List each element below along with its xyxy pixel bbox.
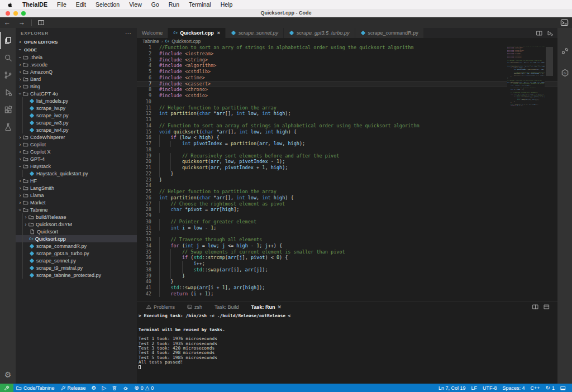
tree-item[interactable]: ›HF (16, 177, 137, 184)
tree-item[interactable]: scrape_gpt3.5_turbo.py (16, 250, 137, 257)
code-editor[interactable]: 1//Function to sort an arry of strings i… (137, 45, 557, 302)
code-line[interactable]: 26int partition(char *arr[], int low, in… (137, 195, 557, 201)
code-line[interactable]: 13 (137, 117, 557, 123)
status-build-settings[interactable]: ⚙ (89, 384, 99, 392)
tree-item[interactable]: ›Haystack (16, 162, 137, 170)
code-line[interactable]: 35 // Swap elements if current element i… (137, 249, 557, 255)
app-menu-name[interactable]: TheiaIDE (22, 1, 47, 8)
editor-tab[interactable]: Welcome (137, 28, 168, 38)
code-line[interactable]: 38 std::swap(arr[i], arr[j]); (137, 267, 557, 273)
code-line[interactable]: 29 (137, 213, 557, 219)
menu-item-edit[interactable]: Edit (76, 1, 86, 8)
tree-item[interactable]: ›Tabnine (16, 206, 137, 213)
menu-item-terminal[interactable]: Terminal (189, 1, 211, 8)
code-line[interactable]: 15void quicksort(char *arr[], int low, i… (137, 129, 557, 135)
status-panel-toggle[interactable] (557, 384, 569, 392)
editor-scrollbar[interactable] (546, 47, 553, 76)
code-line[interactable]: 9#include <cstdio> (137, 93, 557, 99)
code-line[interactable]: 7#include <cassert> (137, 81, 557, 87)
code-line[interactable]: 11// Helper function to partition the ar… (137, 105, 557, 111)
status-sync[interactable]: ↻1 (543, 384, 557, 392)
status-eol-sequence[interactable]: LF (469, 384, 480, 392)
breadcrumb[interactable]: Tabnine › C+ Quicksort.cpp (137, 38, 557, 45)
status-language-mode[interactable]: C++ (528, 384, 543, 392)
code-line[interactable]: 12int partition(char *arr[], int low, in… (137, 111, 557, 117)
back-button[interactable]: ← (0, 17, 15, 28)
code-line[interactable]: 16 if (low < high) { (137, 135, 557, 141)
code-line[interactable]: 32 (137, 231, 557, 237)
status-encoding[interactable]: UTF-8 (480, 384, 500, 392)
code-line[interactable]: 30 // Pointer for greater element (137, 219, 557, 225)
menu-item-help[interactable]: Help (221, 1, 233, 8)
tree-item[interactable]: ›AmazonQ (16, 68, 137, 75)
apple-menu-icon[interactable] (7, 2, 13, 8)
code-line[interactable]: 40 } (137, 279, 557, 285)
explorer-more-actions-icon[interactable]: ⋯ (125, 30, 131, 37)
code-line[interactable]: 2#include <iostream> (137, 51, 557, 57)
code-line[interactable]: 37 i++; (137, 261, 557, 267)
tree-item[interactable]: scrape_iw4.py (16, 126, 137, 133)
code-line[interactable]: 24 (137, 183, 557, 189)
split-editor-icon[interactable] (536, 30, 542, 36)
code-line[interactable]: 10 (137, 99, 557, 105)
code-line[interactable]: 22 } (137, 171, 557, 177)
editor-tab[interactable]: scrape_sonnet.py (226, 28, 284, 38)
code-section[interactable]: › CODE (16, 46, 137, 54)
code-line[interactable]: 42 return (i + 1); (137, 291, 557, 297)
activity-item-run-debug[interactable] (0, 84, 16, 101)
strip-item-plugin[interactable] (561, 47, 569, 55)
status-indentation[interactable]: Spaces: 4 (500, 384, 528, 392)
panel-tab[interactable]: Problems (140, 302, 181, 312)
code-line[interactable]: 31 int i = low - 1; (137, 225, 557, 231)
tree-item[interactable]: ›Llama (16, 192, 137, 199)
code-line[interactable]: 6#include <ctime> (137, 75, 557, 81)
tree-item[interactable]: ›build/Release (16, 213, 137, 221)
editor-tab[interactable]: scrape_commandR.py (355, 28, 424, 38)
code-line[interactable]: 17 int pivotIndex = partition(arr, low, … (137, 141, 557, 147)
activity-item-extensions[interactable] (0, 101, 16, 118)
menu-item-view[interactable]: View (129, 1, 142, 8)
close-icon[interactable]: ✕ (277, 304, 282, 310)
code-line[interactable]: 14// Function to sort an array of string… (137, 123, 557, 129)
code-line[interactable]: 5#include <cstdlib> (137, 69, 557, 75)
tree-item[interactable]: scrape_commandR.py (16, 242, 137, 250)
code-line[interactable]: 3#include <string> (137, 57, 557, 63)
tree-item[interactable]: ›Market (16, 199, 137, 206)
tree-item[interactable]: ›Copilot (16, 141, 137, 148)
status-clean[interactable] (109, 384, 120, 392)
maximize-panel-icon[interactable] (544, 304, 550, 310)
tree-item[interactable]: ›.vscode (16, 61, 137, 68)
menu-item-selection[interactable]: Selection (96, 1, 120, 8)
code-line[interactable]: 27 // Choose the rightmost element as pi… (137, 201, 557, 207)
split-panel-icon[interactable] (532, 304, 538, 310)
tree-item[interactable]: scrape_tabnine_protected.py (16, 271, 137, 279)
status-workspace[interactable]: Code/Tabnine (13, 384, 58, 392)
tree-item[interactable]: ›Quicksort.dSYM (16, 221, 137, 228)
activity-item-search[interactable] (0, 49, 16, 66)
minimap[interactable]: //Function to sort an arry of strings in… (507, 45, 545, 302)
status-problems-summary[interactable]: ⊗0△0 (131, 384, 156, 392)
breadcrumb-folder[interactable]: Tabnine (142, 39, 159, 44)
code-line[interactable]: 39 } (137, 273, 557, 279)
tree-item[interactable]: scrape_t9_mistral.py (16, 264, 137, 271)
tree-item[interactable]: Quicksort (16, 228, 137, 235)
code-line[interactable]: 18 (137, 147, 557, 153)
activity-item-explorer[interactable] (0, 32, 16, 49)
tree-item[interactable]: Haystack_quickstart.py (16, 170, 137, 177)
open-editors-section[interactable]: › OPEN EDITORS (16, 38, 137, 46)
tree-item[interactable]: ›GPT-4 (16, 155, 137, 162)
tree-item[interactable]: ›LangSmith (16, 184, 137, 192)
editor-tab[interactable]: C+Quicksort.cpp× (168, 28, 226, 38)
strip-item-hex-editor[interactable]: 0x (561, 69, 569, 77)
status-cursor-position[interactable]: Ln 7, Col 19 (436, 384, 469, 392)
tree-item[interactable]: ›Copilot X (16, 148, 137, 155)
code-line[interactable]: 41 std::swap(arr[i + 1], arr[high]); (137, 285, 557, 291)
settings-icon[interactable]: ⚙ (4, 370, 12, 379)
tree-item[interactable]: scrape_iw.py (16, 104, 137, 112)
code-line[interactable]: 33 // Traverse through all elements (137, 237, 557, 243)
breadcrumb-file[interactable]: Quicksort.cpp (171, 39, 201, 44)
status-launch-target[interactable]: ▷ (99, 384, 109, 392)
code-line[interactable]: 28 char *pivot = arr[high]; (137, 207, 557, 213)
tree-item[interactable]: C+Quicksort.cpp (16, 235, 137, 242)
code-line[interactable]: 25// Helper function to partition the ar… (137, 189, 557, 195)
